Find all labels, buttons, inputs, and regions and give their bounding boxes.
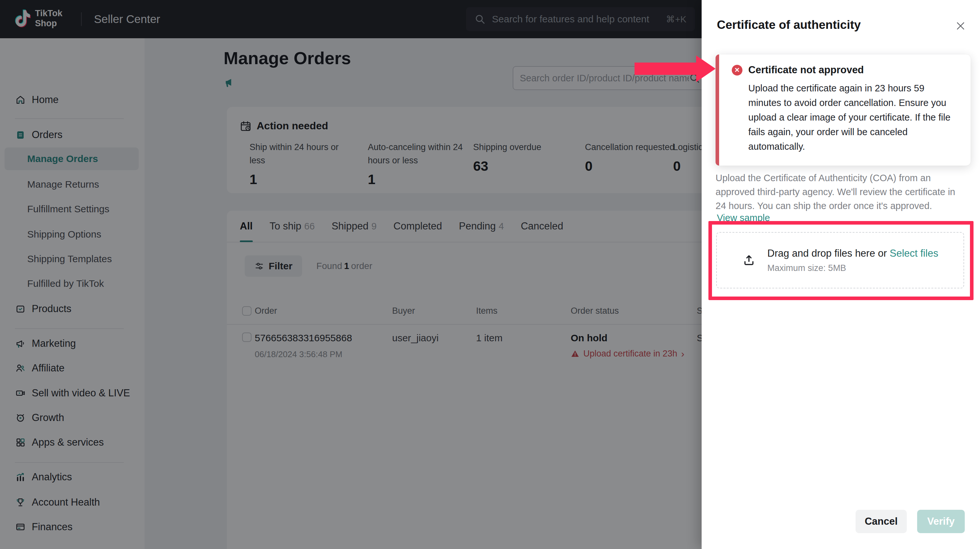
annotation-arrow xyxy=(635,62,697,75)
upload-icon xyxy=(742,253,756,267)
coa-description: Upload the Certificate of Authenticity (… xyxy=(716,171,967,213)
panel-title: Certificate of authenticity xyxy=(717,18,861,32)
error-icon: ✕ xyxy=(732,65,743,75)
alert-body: Upload the certificate again in 23 hours… xyxy=(748,81,958,154)
alert-title: Certificate not approved xyxy=(748,64,864,76)
certificate-alert-card: ✕ Certificate not approved Upload the ce… xyxy=(716,54,970,165)
select-files-link[interactable]: Select files xyxy=(889,248,938,259)
certificate-panel: Certificate of authenticity ✕ Certificat… xyxy=(702,0,980,549)
dropzone-hint: Maximum size: 5MB xyxy=(767,263,938,273)
cancel-button[interactable]: Cancel xyxy=(856,510,907,533)
dropzone-text: Drag and drop files here or Select files xyxy=(767,248,938,259)
annotation-arrow-head xyxy=(696,56,716,82)
close-icon[interactable] xyxy=(954,19,967,32)
file-dropzone[interactable]: Drag and drop files here or Select files… xyxy=(716,232,964,288)
app-root: TikTok Shop Seller Center ⌘+K Home Order… xyxy=(0,0,980,549)
verify-button[interactable]: Verify xyxy=(917,510,965,533)
view-sample-link[interactable]: View sample xyxy=(717,213,770,223)
